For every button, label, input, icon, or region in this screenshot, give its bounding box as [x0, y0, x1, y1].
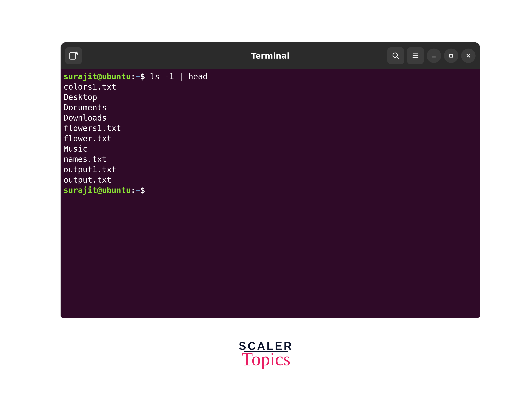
terminal-line: surajit@ubuntu:~$ [63, 185, 477, 196]
close-button[interactable] [461, 49, 476, 63]
command-text: ls -1 | head [150, 72, 208, 81]
maximize-button[interactable] [444, 49, 458, 63]
prompt-at: @ [97, 186, 102, 195]
output-line: names.txt [63, 154, 477, 164]
minimize-icon [431, 53, 437, 59]
prompt-path: ~ [136, 186, 140, 195]
search-button[interactable] [387, 47, 404, 64]
hamburger-icon [411, 52, 420, 60]
output-line: colors1.txt [63, 82, 477, 92]
terminal-body[interactable]: surajit@ubuntu:~$ ls -1 | headcolors1.tx… [61, 69, 480, 318]
output-line: Music [63, 144, 477, 154]
maximize-icon [448, 53, 454, 59]
terminal-window: Terminal [61, 42, 480, 318]
svg-line-4 [397, 57, 399, 59]
prompt-colon: : [131, 186, 136, 195]
prompt-symbol: $ [140, 186, 150, 195]
close-icon [465, 53, 471, 59]
prompt-colon: : [131, 72, 136, 81]
output-line: flower.txt [63, 133, 477, 144]
terminal-line: surajit@ubuntu:~$ ls -1 | head [63, 71, 477, 82]
window-title: Terminal [251, 51, 290, 60]
prompt-user: surajit [63, 186, 97, 195]
svg-rect-9 [450, 54, 453, 57]
output-line: output1.txt [63, 164, 477, 175]
output-line: Downloads [63, 113, 477, 123]
brand-underline [244, 351, 288, 352]
output-line: Desktop [63, 92, 477, 102]
new-tab-icon [69, 51, 78, 60]
prompt-path: ~ [136, 72, 140, 81]
output-line: flowers1.txt [63, 123, 477, 133]
prompt-symbol: $ [140, 72, 150, 81]
brand-logo: SCALER Topics [239, 340, 293, 370]
svg-rect-0 [70, 52, 76, 59]
window-controls [387, 47, 476, 64]
new-tab-button[interactable] [65, 47, 82, 64]
search-icon [391, 51, 400, 60]
menu-button[interactable] [407, 47, 424, 64]
prompt-at: @ [97, 72, 102, 81]
minimize-button[interactable] [427, 49, 441, 63]
output-line: Documents [63, 102, 477, 113]
output-line: output.txt [63, 175, 477, 185]
prompt-host: ubuntu [102, 72, 131, 81]
prompt-host: ubuntu [102, 186, 131, 195]
titlebar: Terminal [61, 42, 480, 69]
prompt-user: surajit [63, 72, 97, 81]
